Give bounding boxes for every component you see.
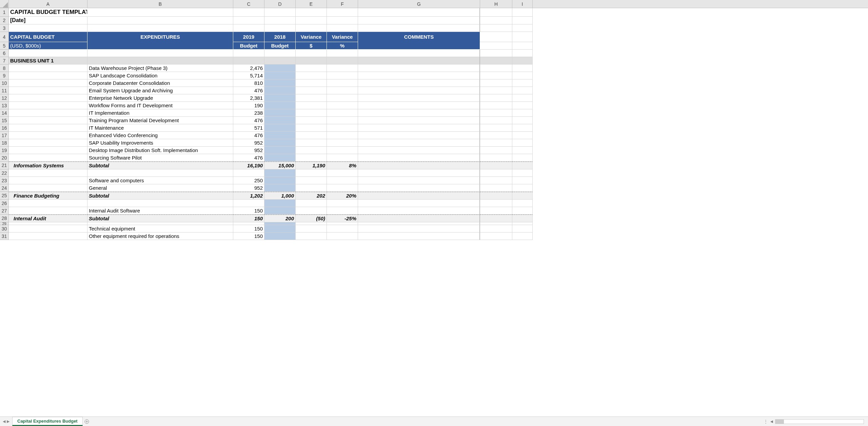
col-header-C[interactable]: C [233, 0, 264, 8]
cell[interactable] [480, 117, 512, 124]
cell[interactable] [480, 79, 512, 87]
cell[interactable] [87, 17, 233, 24]
cell[interactable] [87, 42, 233, 50]
cell[interactable] [327, 72, 358, 79]
cell[interactable] [512, 17, 533, 24]
cell[interactable] [296, 17, 327, 24]
subtotal-var[interactable]: (50) [296, 215, 327, 222]
cell[interactable] [358, 192, 480, 200]
cell[interactable] [327, 50, 358, 57]
row-header-15[interactable]: 15 [0, 117, 9, 124]
cell[interactable] [9, 225, 87, 233]
line-item-2018[interactable] [264, 132, 296, 139]
cell[interactable] [327, 200, 358, 207]
cell[interactable] [480, 225, 512, 233]
cell[interactable] [327, 64, 358, 72]
cell[interactable] [9, 154, 87, 162]
scroll-thumb[interactable] [775, 420, 784, 424]
cell[interactable] [296, 102, 327, 109]
row-header-17[interactable]: 17 [0, 132, 9, 139]
row-header-26[interactable]: 26 [0, 200, 9, 207]
line-item-2018[interactable] [264, 79, 296, 87]
subtotal-var-pct[interactable]: 8% [327, 162, 358, 169]
cell[interactable] [512, 200, 533, 207]
cell[interactable] [327, 222, 358, 225]
cell[interactable] [480, 233, 512, 240]
cell[interactable] [512, 207, 533, 215]
cell[interactable] [233, 222, 264, 225]
cell[interactable] [233, 17, 264, 24]
cell[interactable] [327, 17, 358, 24]
cell[interactable] [9, 200, 87, 207]
cell[interactable] [9, 102, 87, 109]
cell[interactable] [480, 162, 512, 169]
cell[interactable] [358, 24, 480, 32]
cell[interactable] [512, 139, 533, 147]
scroll-track[interactable] [775, 419, 864, 424]
cell[interactable] [327, 117, 358, 124]
cell[interactable] [296, 94, 327, 102]
cell[interactable] [358, 109, 480, 117]
line-item-2018[interactable] [264, 139, 296, 147]
cell[interactable] [264, 8, 296, 17]
cell[interactable] [512, 225, 533, 233]
cell[interactable] [296, 64, 327, 72]
cell[interactable] [512, 42, 533, 50]
cell[interactable] [9, 139, 87, 147]
line-item-2018[interactable] [264, 225, 296, 233]
cell[interactable] [87, 200, 233, 207]
cell[interactable] [327, 24, 358, 32]
cell[interactable] [296, 139, 327, 147]
cell[interactable] [264, 57, 296, 64]
cell[interactable] [512, 72, 533, 79]
row-header-7[interactable]: 7 [0, 57, 9, 64]
subtotal-var[interactable]: 202 [296, 192, 327, 200]
date-cell[interactable]: [Date] [9, 17, 87, 24]
line-item-label[interactable]: Corporate Datacenter Consolidation [87, 79, 233, 87]
line-item-2018[interactable] [264, 177, 296, 184]
cell[interactable] [512, 8, 533, 17]
cell[interactable] [480, 132, 512, 139]
cell[interactable] [296, 147, 327, 154]
cell[interactable] [358, 87, 480, 94]
row-header-24[interactable]: 24 [0, 184, 9, 192]
cell[interactable] [233, 57, 264, 64]
subtotal-var[interactable]: 1,190 [296, 162, 327, 169]
line-item-2018[interactable] [264, 87, 296, 94]
line-item-label[interactable]: Enterprise Network Upgrade [87, 94, 233, 102]
cell[interactable] [480, 42, 512, 50]
row-header-21[interactable]: 21 [0, 162, 9, 169]
cell[interactable] [264, 17, 296, 24]
cell[interactable] [327, 233, 358, 240]
cell[interactable] [358, 79, 480, 87]
line-item-2018[interactable] [264, 147, 296, 154]
line-item-label[interactable]: IT Maintenance [87, 124, 233, 132]
cell[interactable] [512, 177, 533, 184]
cell[interactable] [264, 222, 296, 225]
cell[interactable] [480, 192, 512, 200]
cell[interactable] [512, 109, 533, 117]
line-item-2018[interactable] [264, 207, 296, 215]
cell[interactable] [9, 222, 87, 225]
cell[interactable] [327, 147, 358, 154]
cell[interactable] [358, 147, 480, 154]
row-header-1[interactable]: 1 [0, 8, 9, 17]
cell[interactable] [327, 184, 358, 192]
subtotal-var-pct[interactable]: 20% [327, 192, 358, 200]
cell[interactable] [512, 169, 533, 177]
cell[interactable] [358, 154, 480, 162]
cell[interactable] [296, 177, 327, 184]
cell[interactable] [9, 79, 87, 87]
cell[interactable] [296, 222, 327, 225]
cell[interactable] [296, 200, 327, 207]
cell[interactable] [480, 109, 512, 117]
hdr-usd[interactable]: (USD, $000s) [9, 42, 87, 50]
row-header-9[interactable]: 9 [0, 72, 9, 79]
subtotal-label-is[interactable]: Information Systems [9, 162, 87, 169]
cell[interactable] [358, 117, 480, 124]
cell[interactable] [480, 64, 512, 72]
subtotal-label-fb[interactable]: Finance Budgeting [9, 192, 87, 200]
subtotal-text[interactable]: Subtotal [87, 192, 233, 200]
cell[interactable] [358, 17, 480, 24]
cell[interactable] [512, 124, 533, 132]
